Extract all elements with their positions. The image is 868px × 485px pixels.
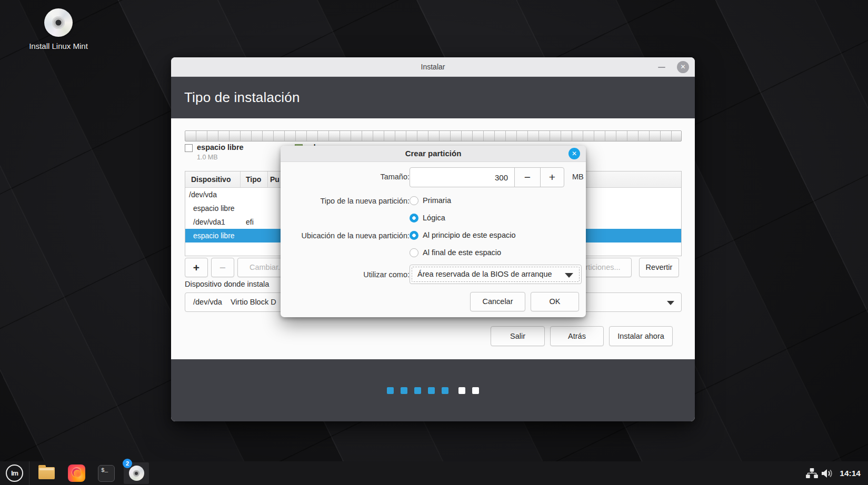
radio-label: Al final de este espacio xyxy=(423,248,501,257)
legend-swatch-free xyxy=(185,144,193,152)
taskbar-clock[interactable]: 14:14 xyxy=(840,469,861,478)
radio-icon xyxy=(410,214,418,223)
legend-size: 1.0 MB xyxy=(197,154,244,161)
add-partition-button[interactable]: + xyxy=(185,258,208,277)
radio-label: Lógica xyxy=(423,214,445,222)
progress-dot xyxy=(387,387,394,394)
window-titlebar[interactable]: Instalar xyxy=(171,57,695,77)
legend-label: espacio libre xyxy=(197,143,244,152)
quit-button[interactable]: Salir xyxy=(491,326,545,346)
notification-badge: 2 xyxy=(123,459,132,468)
mint-logo-icon: lm xyxy=(6,464,23,482)
speaker-icon xyxy=(821,468,834,479)
disk-usage-bar xyxy=(185,130,682,142)
terminal-icon: $_ xyxy=(98,465,115,482)
desktop: Install Linux Mint Instalar Tipo de inst… xyxy=(0,0,868,485)
radio-label: Al principio de este espacio xyxy=(423,231,516,239)
radio-end-of-space[interactable]: Al final de este espacio xyxy=(410,246,501,259)
installer-window-list-item[interactable]: 2 xyxy=(124,462,149,484)
taskbar: lm $_ 2 xyxy=(0,461,868,485)
back-button[interactable]: Atrás xyxy=(550,326,604,346)
radio-icon xyxy=(410,231,418,240)
radio-beginning-of-space[interactable]: Al principio de este espacio xyxy=(410,229,516,241)
use-as-label: Utilizar como: xyxy=(285,270,410,279)
firefox-launcher[interactable] xyxy=(63,461,89,485)
progress-dot xyxy=(428,387,435,394)
dialog-close-button[interactable] xyxy=(568,148,580,159)
firefox-icon xyxy=(68,464,85,482)
progress-dot xyxy=(414,387,421,394)
cell-device: /dev/vda xyxy=(185,188,241,201)
page-title: Tipo de instalación xyxy=(184,89,300,106)
cd-disc-icon xyxy=(44,8,73,37)
cell-type: efi xyxy=(241,215,268,229)
radio-logica[interactable]: Lógica xyxy=(410,211,445,224)
network-tray-icon[interactable] xyxy=(804,461,820,485)
use-as-value: Área reservada de la BIOS de arranque xyxy=(417,265,552,284)
size-label: Tamaño: xyxy=(285,173,410,181)
size-spinner: − + xyxy=(410,167,564,187)
desktop-icon-install-linux-mint[interactable]: Install Linux Mint xyxy=(24,8,93,50)
mint-menu-button[interactable]: lm xyxy=(0,461,29,485)
cell-device: espacio libre xyxy=(185,229,241,242)
use-as-dropdown[interactable]: Área reservada de la BIOS de arranque xyxy=(410,265,582,284)
radio-icon xyxy=(410,248,418,257)
remove-partition-button[interactable]: − xyxy=(211,258,234,277)
cell-device: espacio libre xyxy=(185,201,241,215)
cd-icon xyxy=(129,466,144,481)
desktop-icon-label: Install Linux Mint xyxy=(24,42,93,50)
minimize-button[interactable] xyxy=(658,67,665,68)
progress-dot xyxy=(442,387,448,394)
progress-dot xyxy=(458,387,465,394)
partition-type-label: Tipo de la nueva partición: xyxy=(285,197,410,205)
wizard-footer xyxy=(171,359,695,421)
close-button[interactable] xyxy=(677,61,689,73)
files-launcher[interactable] xyxy=(33,461,59,485)
create-partition-dialog: Crear partición Tamaño: − + MB Tipo de l… xyxy=(281,146,586,317)
window-title: Instalar xyxy=(171,57,695,77)
chevron-down-icon xyxy=(667,301,674,305)
install-now-button[interactable]: Instalar ahora xyxy=(609,326,673,346)
boot-device-label: Dispositivo donde instala xyxy=(185,280,269,288)
dialog-title: Crear partición xyxy=(281,146,586,161)
ok-button[interactable]: OK xyxy=(531,292,579,311)
cell-type xyxy=(241,229,268,242)
progress-dot xyxy=(401,387,407,394)
chevron-down-icon xyxy=(565,273,573,278)
column-header-device[interactable]: Dispositivo xyxy=(185,171,241,187)
cell-device: /dev/vda1 xyxy=(185,215,241,229)
size-increase-button[interactable]: + xyxy=(540,167,564,187)
progress-dot xyxy=(472,387,479,394)
size-decrease-button[interactable]: − xyxy=(514,167,541,187)
cell-type xyxy=(241,201,268,215)
size-input[interactable] xyxy=(410,167,515,187)
taskbar-separator xyxy=(29,461,29,485)
folder-icon xyxy=(38,467,55,479)
dialog-titlebar[interactable]: Crear partición xyxy=(281,146,586,162)
cell-type xyxy=(241,188,268,201)
revert-button[interactable]: Revertir xyxy=(639,258,679,277)
radio-primaria[interactable]: Primaria xyxy=(410,194,451,207)
boot-device-value: /dev/vda Virtio Block D xyxy=(193,293,276,311)
radio-icon xyxy=(410,196,418,205)
terminal-launcher[interactable]: $_ xyxy=(93,461,119,485)
cancel-button[interactable]: Cancelar xyxy=(470,292,525,311)
wizard-progress-dots xyxy=(171,387,695,394)
size-unit-label: MB xyxy=(572,173,584,181)
partition-location-label: Ubicación de la nueva partición: xyxy=(285,231,410,240)
network-icon xyxy=(806,468,818,478)
radio-label: Primaria xyxy=(423,196,451,205)
column-header-type[interactable]: Tipo xyxy=(241,171,268,187)
legend-item-free-space: espacio libre 1.0 MB xyxy=(185,143,244,161)
volume-tray-icon[interactable] xyxy=(820,461,835,485)
system-tray: 14:14 xyxy=(804,461,868,485)
page-header: Tipo de instalación xyxy=(171,77,695,118)
